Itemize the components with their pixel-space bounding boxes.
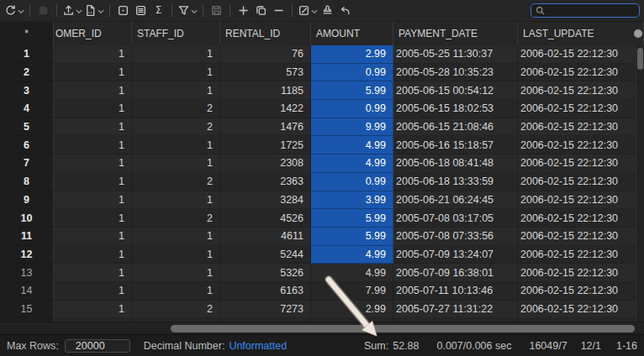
cell-customer-id[interactable]: 1 (54, 64, 132, 82)
cell-rental-id[interactable]: 4611 (220, 228, 311, 246)
cell-customer-id[interactable]: 1 (54, 191, 132, 210)
cell-payment-date[interactable]: 2005-05-25 11:30:37 (393, 45, 518, 64)
cell-rental-id[interactable]: 2308 (220, 154, 311, 173)
cell-last-update[interactable]: 2006-02-15 22:12:30 (518, 191, 644, 210)
cell-last-update[interactable]: 2006-02-15 22:12:30 (518, 81, 644, 100)
cell-customer-id[interactable]: 1 (54, 282, 132, 301)
decimal-format-selector[interactable]: Unformatted (229, 340, 287, 352)
cell-last-update[interactable]: 2006-02-15 22:12:30 (518, 301, 644, 319)
cell-payment-date[interactable]: 2005-06-15 21:08:46 (393, 118, 518, 137)
cell-staff-id[interactable]: 1 (132, 264, 220, 282)
horizontal-scrollbar-thumb[interactable] (171, 325, 635, 332)
cell-amount[interactable]: 9.99 (311, 118, 393, 137)
cell-customer-id[interactable]: 1 (54, 264, 132, 282)
cell-last-update[interactable]: 2006-02-15 22:12:30 (518, 64, 644, 82)
cell-payment-date[interactable]: 2005-07-09 13:24:07 (393, 246, 518, 264)
cell-last-update[interactable]: 2006-02-15 22:12:30 (518, 118, 644, 137)
cell-amount[interactable]: 5.99 (311, 228, 393, 246)
cell-amount[interactable]: 2.99 (311, 45, 393, 64)
add-row-button[interactable] (235, 2, 252, 20)
horizontal-scrollbar[interactable] (0, 322, 644, 334)
refresh-button[interactable] (3, 2, 25, 20)
cell-rental-id[interactable]: 2363 (220, 173, 311, 191)
row-number[interactable]: 5 (0, 118, 54, 137)
cell-last-update[interactable]: 2006-02-15 22:12:30 (518, 246, 644, 264)
cell-staff-id[interactable]: 1 (132, 154, 220, 173)
row-number[interactable]: 4 (0, 100, 54, 118)
vertical-scrollbar[interactable] (636, 45, 644, 322)
row-number[interactable]: 9 (0, 191, 54, 210)
new-document-button[interactable] (83, 2, 105, 20)
cell-last-update[interactable]: 2006-02-15 22:12:30 (518, 100, 644, 118)
cell-customer-id[interactable]: 1 (54, 209, 132, 228)
cell-payment-date[interactable]: 2005-07-09 16:38:01 (393, 264, 518, 282)
cell-amount[interactable]: 7.99 (311, 282, 393, 301)
delete-row-button[interactable] (270, 2, 288, 20)
record-view-button[interactable] (114, 2, 132, 20)
cell-staff-id[interactable]: 1 (132, 136, 220, 154)
text-view-button[interactable] (132, 2, 150, 20)
cell-amount[interactable]: 5.99 (311, 81, 393, 100)
cell-rental-id[interactable]: 1185 (220, 81, 311, 100)
cell-last-update[interactable]: 2006-02-15 22:12:30 (518, 228, 644, 246)
stop-button[interactable] (34, 2, 52, 20)
cell-amount[interactable]: 4.99 (311, 264, 393, 282)
cell-payment-date[interactable]: 2005-06-21 06:24:45 (393, 191, 518, 210)
row-number[interactable]: 7 (0, 154, 54, 173)
row-number[interactable]: 3 (0, 81, 54, 100)
filter-button[interactable] (177, 2, 198, 20)
cell-staff-id[interactable]: 1 (132, 191, 220, 210)
cell-amount[interactable]: 4.99 (311, 154, 393, 173)
cell-rental-id[interactable]: 1476 (220, 118, 311, 137)
cell-amount[interactable]: 0.99 (311, 173, 393, 191)
row-number[interactable]: 1 (0, 45, 54, 64)
save-button[interactable] (208, 2, 225, 20)
cell-customer-id[interactable]: 1 (54, 301, 132, 319)
vertical-scrollbar-thumb[interactable] (637, 48, 643, 70)
cell-amount[interactable]: 4.99 (311, 136, 393, 154)
row-number[interactable]: 2 (0, 64, 54, 82)
cell-amount[interactable]: 4.99 (311, 246, 393, 264)
cell-payment-date[interactable]: 2005-07-08 07:33:56 (393, 228, 518, 246)
cell-payment-date[interactable]: 2005-06-18 08:41:48 (393, 154, 518, 173)
cell-rental-id[interactable]: 5326 (220, 264, 311, 282)
cell-amount[interactable]: 3.99 (311, 191, 393, 210)
max-rows-input[interactable] (65, 339, 130, 353)
row-number[interactable]: 13 (0, 264, 54, 282)
cell-staff-id[interactable]: 2 (132, 173, 220, 191)
cell-last-update[interactable]: 2006-02-15 22:12:30 (518, 264, 644, 282)
search-input[interactable] (548, 4, 635, 18)
row-number[interactable]: 10 (0, 209, 54, 228)
duplicate-row-button[interactable] (252, 2, 270, 20)
column-header-omer_id[interactable]: OMER_ID (54, 22, 132, 45)
cell-staff-id[interactable]: 1 (132, 228, 220, 246)
cell-customer-id[interactable]: 1 (54, 246, 132, 264)
cell-amount[interactable]: 0.99 (311, 100, 393, 118)
cell-customer-id[interactable]: 1 (54, 136, 132, 154)
cell-payment-date[interactable]: 2005-07-11 10:13:46 (393, 282, 518, 301)
cell-customer-id[interactable]: 1 (54, 154, 132, 173)
cell-amount[interactable]: 0.99 (311, 64, 393, 82)
column-header-last_update[interactable]: LAST_UPDATE (518, 22, 644, 45)
row-number[interactable]: 14 (0, 282, 54, 301)
cell-payment-date[interactable]: 2005-06-15 00:54:12 (393, 81, 518, 100)
cell-rental-id[interactable]: 4526 (220, 209, 311, 228)
cell-staff-id[interactable]: 1 (132, 282, 220, 301)
cell-staff-id[interactable]: 1 (132, 81, 220, 100)
cell-rental-id[interactable]: 7273 (220, 301, 311, 319)
search-box[interactable] (531, 3, 640, 18)
cell-rental-id[interactable]: 3284 (220, 191, 311, 210)
cell-payment-date[interactable]: 2005-06-16 15:18:57 (393, 136, 518, 154)
cell-payment-date[interactable]: 2005-06-15 18:02:53 (393, 100, 518, 118)
cell-customer-id[interactable]: 1 (54, 100, 132, 118)
cell-amount[interactable]: 2.99 (311, 301, 393, 319)
column-header-amount[interactable]: AMOUNT (311, 22, 393, 45)
cell-amount[interactable]: 5.99 (311, 209, 393, 228)
column-header-staff_id[interactable]: STAFF_ID (132, 22, 220, 45)
cell-payment-date[interactable]: 2005-07-27 11:31:22 (393, 301, 518, 319)
cell-payment-date[interactable]: 2005-05-28 10:35:23 (393, 64, 518, 82)
cell-last-update[interactable]: 2006-02-15 22:12:30 (518, 209, 644, 228)
cell-last-update[interactable]: 2006-02-15 22:12:30 (518, 173, 644, 191)
cell-customer-id[interactable]: 1 (54, 228, 132, 246)
cell-rental-id[interactable]: 5244 (220, 246, 311, 264)
